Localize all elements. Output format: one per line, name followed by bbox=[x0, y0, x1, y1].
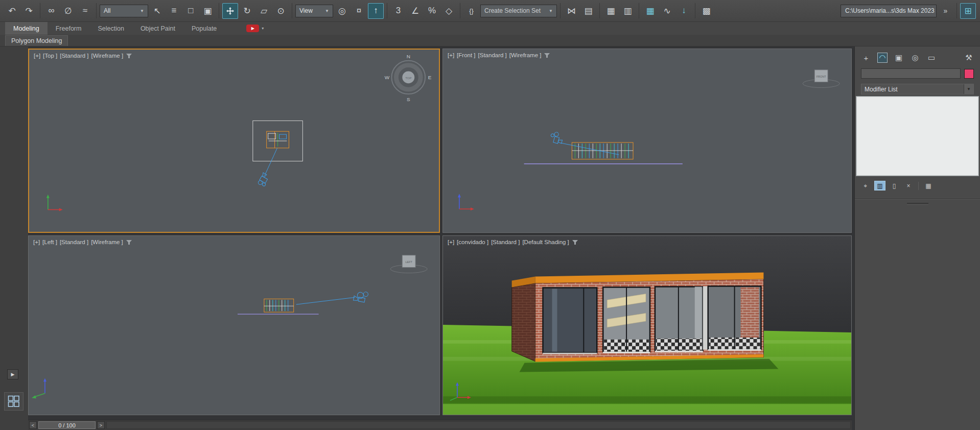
next-frame-button[interactable]: > bbox=[97, 421, 105, 429]
schematic-view-icon[interactable]: ↓ bbox=[676, 3, 692, 19]
select-manipulate-icon[interactable]: ¤ bbox=[351, 3, 367, 19]
keyboard-override-icon[interactable]: ↑ bbox=[368, 3, 384, 19]
left-viewport-canvas[interactable]: LEFT bbox=[29, 236, 439, 415]
per-view-filter-funnel-icon[interactable] bbox=[572, 240, 578, 245]
perspective-viewport-canvas[interactable] bbox=[443, 236, 851, 415]
viewport-menu-renderer[interactable]: [Standard ] bbox=[478, 52, 507, 58]
workspace-panel-icon[interactable]: ⊞ bbox=[960, 3, 976, 19]
viewport-menu-renderer[interactable]: [Standard ] bbox=[491, 239, 520, 245]
shaded-house[interactable] bbox=[512, 273, 764, 362]
viewport-menu-pov[interactable]: [convidado ] bbox=[457, 239, 488, 245]
camera-object[interactable] bbox=[354, 290, 369, 303]
project-path-field[interactable]: C:\Users\maria...s\3ds Max 2023 bbox=[841, 5, 937, 17]
viewcube-compass[interactable]: TOP N E S W bbox=[385, 54, 432, 102]
previous-frame-button[interactable]: < bbox=[29, 421, 37, 429]
window-crossing-icon[interactable]: ▣ bbox=[200, 3, 216, 19]
per-view-filter-funnel-icon[interactable] bbox=[544, 53, 550, 58]
tab-object-paint[interactable]: Object Paint bbox=[132, 22, 183, 35]
curve-editor-icon[interactable]: ∿ bbox=[659, 3, 675, 19]
edit-named-sets-icon[interactable]: {} bbox=[463, 3, 479, 19]
modify-tab-icon[interactable]: ◠ bbox=[877, 53, 888, 63]
front-viewport-canvas[interactable]: FRONT bbox=[443, 49, 851, 232]
ribbon-toggle-icon[interactable]: ▦ bbox=[642, 3, 658, 19]
select-object-icon[interactable]: ↖ bbox=[149, 3, 165, 19]
viewport-menu-shading[interactable]: [Default Shading ] bbox=[522, 239, 569, 245]
window-1[interactable] bbox=[543, 288, 597, 354]
time-slider-track[interactable] bbox=[106, 421, 851, 429]
viewport-layout-tab[interactable] bbox=[4, 392, 24, 411]
expand-tray-button[interactable]: ▶ bbox=[7, 369, 18, 379]
chevron-down-icon[interactable]: ▼ bbox=[964, 84, 973, 94]
show-end-result-icon[interactable]: ▥ bbox=[874, 181, 885, 190]
selection-set-combo[interactable]: Create Selection Set ▼ bbox=[480, 5, 557, 17]
motion-tab-icon[interactable]: ◎ bbox=[910, 53, 920, 63]
create-tab-icon[interactable]: + bbox=[861, 53, 871, 63]
viewport-front[interactable]: FRONT bbox=[442, 49, 852, 233]
select-move-button[interactable] bbox=[222, 3, 238, 19]
display-tab-icon[interactable]: ▭ bbox=[926, 53, 937, 63]
configure-modifier-sets-icon[interactable]: ▦ bbox=[923, 181, 934, 190]
viewport-left[interactable]: LEFT [+] [Left bbox=[28, 235, 440, 415]
bind-spacewarp-icon[interactable]: ≈ bbox=[77, 3, 93, 19]
select-place-icon[interactable]: ⊙ bbox=[273, 3, 289, 19]
window-4[interactable] bbox=[708, 286, 761, 350]
material-editor-icon[interactable]: ▩ bbox=[698, 3, 714, 19]
select-scale-icon[interactable]: ▱ bbox=[256, 3, 272, 19]
camera-object[interactable] bbox=[549, 131, 564, 144]
toolbar-overflow-icon[interactable]: » bbox=[938, 3, 953, 19]
tab-populate[interactable]: Populate bbox=[183, 22, 225, 35]
angle-snap-icon[interactable]: ∠ bbox=[407, 3, 423, 19]
modifier-list-dropdown[interactable]: Modifier List ▼ bbox=[861, 84, 974, 94]
select-link-icon[interactable]: ∞ bbox=[43, 3, 59, 19]
undo-icon[interactable]: ↶ bbox=[4, 3, 20, 19]
object-color-swatch[interactable] bbox=[964, 69, 974, 79]
tab-modeling[interactable]: Modeling bbox=[5, 22, 48, 35]
redo-icon[interactable]: ↷ bbox=[21, 3, 37, 19]
window-2[interactable] bbox=[603, 287, 650, 353]
viewport-top[interactable]: TOP N E S W [+] [To bbox=[28, 49, 440, 233]
house-left-wireframe[interactable] bbox=[264, 299, 294, 312]
select-by-name-icon[interactable]: ≡ bbox=[166, 3, 182, 19]
reference-coordinate-dropdown[interactable]: View ▼ bbox=[295, 5, 333, 17]
unlink-selection-icon[interactable]: ∅ bbox=[60, 3, 76, 19]
window-3[interactable] bbox=[655, 286, 703, 352]
viewport-menu-pov[interactable]: [Left ] bbox=[42, 239, 57, 245]
polygon-modeling-panel-tab[interactable]: Polygon Modeling bbox=[5, 35, 68, 46]
tab-selection[interactable]: Selection bbox=[89, 22, 132, 35]
pin-stack-icon[interactable]: ⌖ bbox=[860, 181, 871, 190]
align-icon[interactable]: ▤ bbox=[580, 3, 596, 19]
tutorial-video-button[interactable]: ▶ ▾ bbox=[246, 22, 264, 35]
viewport-menu-shading[interactable]: [Wireframe ] bbox=[509, 52, 542, 58]
rollout-resize-grip[interactable] bbox=[907, 203, 928, 205]
viewport-menu-pov[interactable]: [Top ] bbox=[43, 53, 57, 59]
viewport-menu-general[interactable]: [+] bbox=[448, 52, 454, 58]
spinner-snap-icon[interactable]: ◇ bbox=[441, 3, 457, 19]
viewport-menu-renderer[interactable]: [Standard ] bbox=[60, 239, 88, 245]
viewport-menu-shading[interactable]: [Wireframe ] bbox=[91, 239, 123, 245]
viewport-menu-general[interactable]: [+] bbox=[34, 53, 40, 59]
percent-snap-icon[interactable]: % bbox=[424, 3, 440, 19]
modifier-stack[interactable] bbox=[856, 96, 979, 176]
house-side-wall[interactable] bbox=[512, 283, 535, 361]
object-name-field[interactable] bbox=[861, 68, 961, 79]
time-slider-handle[interactable]: 0 / 100 bbox=[38, 421, 96, 429]
layer-explorer-icon[interactable]: ▥ bbox=[620, 3, 636, 19]
house-plan-wireframe[interactable] bbox=[267, 131, 289, 148]
top-viewport-canvas[interactable]: TOP N E S W bbox=[29, 50, 439, 232]
viewport-menu-shading[interactable]: [Wireframe ] bbox=[91, 53, 124, 59]
viewport-perspective[interactable]: [+] [convidado ] [Standard ] [Default Sh… bbox=[442, 235, 852, 415]
viewport-menu-general[interactable]: [+] bbox=[448, 239, 454, 245]
viewport-menu-renderer[interactable]: [Standard ] bbox=[60, 53, 88, 59]
front-viewcube[interactable]: FRONT bbox=[803, 70, 839, 88]
snap-toggle-3d-icon[interactable]: 3 bbox=[390, 3, 406, 19]
use-pivot-center-icon[interactable]: ◎ bbox=[334, 3, 350, 19]
select-rotate-icon[interactable]: ↻ bbox=[239, 3, 255, 19]
remove-modifier-icon[interactable]: × bbox=[903, 181, 914, 190]
utilities-tab-icon[interactable]: ⚒ bbox=[964, 53, 974, 63]
make-unique-icon[interactable]: ▯ bbox=[889, 181, 900, 190]
selection-filter-dropdown[interactable]: All ▼ bbox=[100, 5, 148, 17]
viewport-menu-general[interactable]: [+] bbox=[33, 239, 40, 245]
viewport-menu-pov[interactable]: [Front ] bbox=[457, 52, 475, 58]
house-front-wireframe[interactable] bbox=[572, 142, 633, 159]
mirror-icon[interactable]: ⋈ bbox=[564, 3, 579, 19]
